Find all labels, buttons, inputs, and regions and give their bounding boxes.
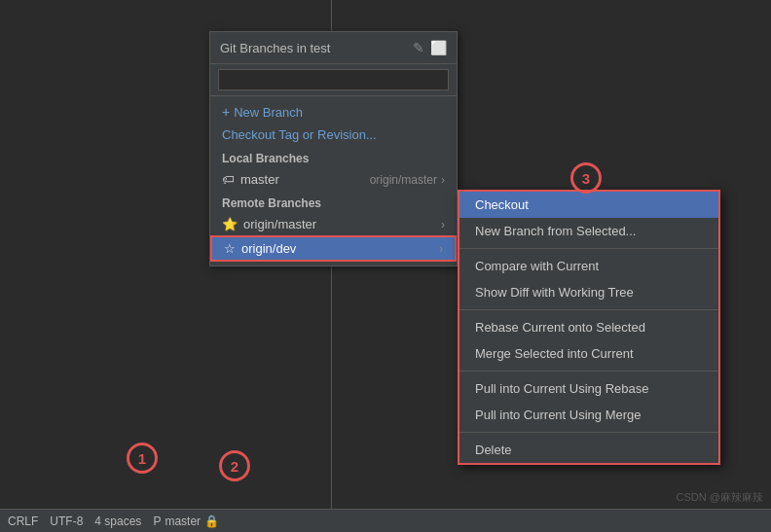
branch-name-origin-master: origin/master (243, 217, 437, 231)
remote-branches-header: Remote Branches (210, 191, 457, 213)
checkout-tag-item[interactable]: Checkout Tag or Revision... (210, 124, 457, 146)
new-branch-item[interactable]: + New Branch (210, 100, 457, 124)
separator-4 (459, 432, 718, 433)
star-outline-icon-origin-dev: ☆ (224, 241, 236, 256)
branch-name-master: master (240, 172, 362, 187)
plus-icon: + (222, 104, 230, 120)
branch-chevron-origin-dev: › (439, 242, 443, 256)
branch-item-origin-dev[interactable]: ☆ origin/dev › (210, 235, 457, 262)
separator-3 (459, 371, 718, 372)
expand-icon[interactable]: ⬜ (430, 40, 447, 55)
watermark: CSDN @麻辣麻辣 (677, 490, 763, 505)
panel-title: Git Branches in test (220, 41, 330, 55)
separator-2 (459, 309, 718, 310)
local-branches-header: Local Branches (210, 146, 457, 168)
context-menu-pull-merge[interactable]: Pull into Current Using Merge (459, 402, 718, 428)
branch-icon-status: P (153, 514, 161, 528)
context-menu-merge-selected[interactable]: Merge Selected into Current (459, 340, 718, 367)
context-menu-rebase-current[interactable]: Rebase Current onto Selected (459, 314, 718, 340)
tag-icon: 🏷 (222, 172, 235, 187)
branch-chevron-master: › (441, 173, 445, 187)
separator-1 (459, 248, 718, 249)
context-menu-checkout[interactable]: Checkout (459, 192, 718, 218)
search-input[interactable] (218, 69, 449, 90)
panel-body: + New Branch Checkout Tag or Revision...… (210, 96, 457, 266)
context-menu-compare-current[interactable]: Compare with Current (459, 253, 718, 279)
status-encoding[interactable]: UTF-8 (50, 514, 83, 528)
status-branch[interactable]: P master 🔒 (153, 514, 219, 528)
branch-chevron-origin-master: › (441, 218, 445, 231)
panel-icons: ✎ ⬜ (413, 40, 447, 55)
annotation-circle-1: 1 (127, 443, 158, 474)
branch-item-master[interactable]: 🏷 master origin/master › (210, 168, 457, 191)
branch-item-origin-master[interactable]: ⭐ origin/master › (210, 213, 457, 235)
context-menu-delete[interactable]: Delete (459, 437, 718, 463)
status-crlf[interactable]: CRLF (8, 514, 38, 528)
context-menu-pull-rebase[interactable]: Pull into Current Using Rebase (459, 375, 718, 402)
panel-header: Git Branches in test ✎ ⬜ (210, 32, 457, 64)
annotation-circle-3: 3 (570, 162, 602, 194)
context-menu: Checkout New Branch from Selected... Com… (458, 190, 720, 465)
status-bar: CRLF UTF-8 4 spaces P master 🔒 (0, 509, 771, 532)
checkout-tag-label: Checkout Tag or Revision... (222, 127, 377, 142)
star-icon-origin-master: ⭐ (222, 217, 238, 231)
new-branch-label: New Branch (234, 105, 303, 120)
context-menu-new-branch-from-selected[interactable]: New Branch from Selected... (459, 218, 718, 244)
status-spaces[interactable]: 4 spaces (94, 514, 141, 528)
search-box (210, 64, 457, 96)
branch-tracking-master: origin/master (370, 173, 437, 187)
git-branches-panel: Git Branches in test ✎ ⬜ + New Branch Ch… (209, 31, 458, 266)
push-icon-status: 🔒 (204, 514, 219, 528)
status-branch-name: master (165, 514, 201, 528)
branch-name-origin-dev: origin/dev (241, 241, 435, 256)
edit-icon[interactable]: ✎ (413, 40, 424, 55)
context-menu-show-diff[interactable]: Show Diff with Working Tree (459, 279, 718, 305)
annotation-circle-2: 2 (219, 450, 250, 481)
